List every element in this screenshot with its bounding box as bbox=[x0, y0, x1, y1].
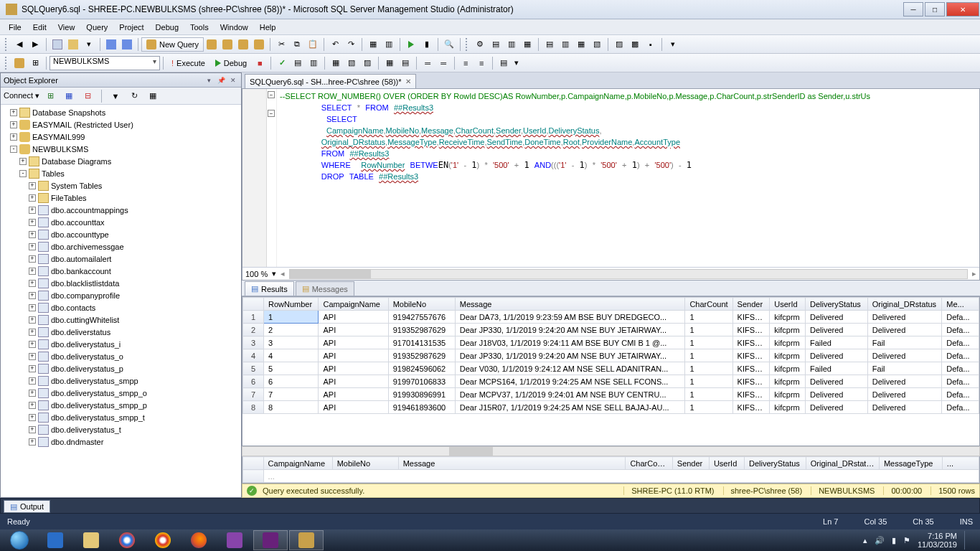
tree-node[interactable]: +dbo.cuttingWhitelist bbox=[1, 314, 241, 326]
menu-debug[interactable]: Debug bbox=[150, 22, 184, 33]
expander-icon[interactable]: + bbox=[29, 194, 36, 202]
table-cell[interactable]: KIFSTR bbox=[732, 311, 770, 324]
tree-node[interactable]: +dbo.dndmaster bbox=[1, 435, 241, 448]
table-cell[interactable]: Delivered bbox=[805, 375, 867, 388]
table-cell[interactable]: 919461893600 bbox=[388, 401, 455, 414]
table-cell[interactable]: kifcprm bbox=[770, 375, 806, 388]
tree-node[interactable]: +dbo.blacklistlistdata bbox=[1, 277, 241, 289]
code-editor[interactable]: − − --SELECT ROW_NUMBER() OVER (ORDER BY… bbox=[242, 88, 980, 281]
tree-node[interactable]: +dbo.archivemessgae bbox=[1, 240, 241, 253]
tb-misc-5[interactable]: ▥ bbox=[504, 37, 519, 52]
column-header[interactable] bbox=[243, 298, 264, 311]
table-row[interactable]: 22API919352987629Dear JP330, 1/1/2019 9:… bbox=[243, 324, 979, 336]
column-header[interactable]: ... bbox=[942, 457, 979, 470]
column-header[interactable]: UserId bbox=[770, 298, 806, 311]
conn-button[interactable] bbox=[12, 56, 27, 70]
table-cell[interactable]: Dear JP330, 1/1/2019 9:24:20 AM NSE BUY … bbox=[455, 324, 685, 336]
table-row[interactable]: 66API919970106833Dear MCPS164, 1/1/2019 … bbox=[243, 375, 979, 388]
table-cell[interactable]: 5 bbox=[263, 362, 319, 375]
table-cell[interactable]: API bbox=[319, 362, 388, 375]
collapse-icon[interactable]: − bbox=[268, 110, 275, 117]
save-button[interactable] bbox=[104, 37, 118, 52]
close-tab-icon[interactable]: ✕ bbox=[405, 77, 411, 85]
tray-clock[interactable]: 7:16 PM 11/03/2019 bbox=[918, 532, 957, 549]
db-icon-4[interactable] bbox=[252, 37, 266, 52]
table-row[interactable]: 77API919930896991Dear MCPV37, 1/1/2019 9… bbox=[243, 388, 979, 401]
open-button[interactable] bbox=[66, 37, 80, 52]
new-project-button[interactable] bbox=[50, 37, 65, 52]
tb-misc-1[interactable]: ▦ bbox=[366, 37, 380, 52]
toolbar-grip-icon-3[interactable] bbox=[5, 57, 9, 70]
nav-fwd-button[interactable]: ▶ bbox=[28, 37, 42, 52]
expander-icon[interactable]: + bbox=[29, 280, 36, 287]
table-cell[interactable]: Delivered bbox=[867, 311, 941, 324]
table-cell[interactable]: 1 bbox=[685, 362, 732, 375]
tree-node[interactable]: +dbo.accounttype bbox=[1, 228, 241, 240]
table-cell[interactable]: Failed bbox=[805, 336, 867, 349]
stop-button[interactable]: ■ bbox=[253, 56, 267, 70]
tree-node[interactable]: +dbo.deliverystatus_i bbox=[1, 338, 241, 350]
oe-btn-2[interactable]: ▦ bbox=[62, 89, 76, 103]
tray-network-icon[interactable]: ▮ bbox=[892, 536, 896, 545]
table-cell[interactable]: Delivered bbox=[805, 388, 867, 401]
table-cell[interactable]: Defa... bbox=[942, 362, 979, 375]
table-cell[interactable]: Delivered bbox=[867, 401, 941, 414]
start-button[interactable] bbox=[1, 529, 37, 551]
table-cell[interactable]: 4 bbox=[263, 349, 319, 362]
debug-button[interactable]: Debug bbox=[210, 57, 252, 70]
tree-node[interactable]: +EASYMAIL999 bbox=[1, 131, 241, 143]
db-icon-3[interactable] bbox=[236, 37, 250, 52]
table-cell[interactable]: KIFSTR bbox=[732, 349, 770, 362]
results-tab[interactable]: ▤Results bbox=[245, 281, 294, 296]
menu-view[interactable]: View bbox=[52, 22, 81, 33]
expander-icon[interactable]: + bbox=[29, 207, 36, 214]
oe-btn-3[interactable]: ▦ bbox=[146, 89, 160, 103]
table-cell[interactable]: 917014131535 bbox=[388, 336, 455, 349]
expander-icon[interactable]: + bbox=[29, 268, 36, 275]
tb-misc-3[interactable]: ▮ bbox=[420, 37, 434, 52]
column-header[interactable]: Message bbox=[398, 457, 626, 470]
db-icon-1[interactable] bbox=[204, 37, 219, 52]
refresh-button[interactable]: ↻ bbox=[127, 89, 141, 103]
tb-misc-6[interactable]: ▦ bbox=[520, 37, 534, 52]
table-cell[interactable]: 1 bbox=[263, 311, 319, 324]
minimize-button[interactable]: ─ bbox=[903, 2, 923, 17]
table-cell[interactable]: Fail bbox=[867, 362, 941, 375]
tree-node[interactable]: +dbo.automailalert bbox=[1, 253, 241, 265]
table-cell[interactable]: Defa... bbox=[942, 349, 979, 362]
table-row[interactable]: 55API919824596062Dear V030, 1/1/2019 9:2… bbox=[243, 362, 979, 375]
table-cell[interactable]: KIFSTR bbox=[732, 324, 770, 336]
column-header[interactable]: Original_DRstatus bbox=[867, 298, 941, 311]
tree-node[interactable]: +FileTables bbox=[1, 192, 241, 204]
column-header[interactable]: RowNumber bbox=[263, 298, 319, 311]
column-header[interactable]: Original_DRstatus bbox=[806, 457, 879, 470]
table-cell[interactable]: API bbox=[319, 311, 388, 324]
tb-misc-8[interactable]: ▥ bbox=[558, 37, 573, 52]
table-cell[interactable]: API bbox=[319, 336, 388, 349]
taskbar-vs[interactable] bbox=[253, 530, 288, 550]
column-header[interactable]: Message bbox=[455, 298, 685, 311]
cut-button[interactable]: ✂ bbox=[274, 37, 288, 52]
table-cell[interactable]: KIFSTR bbox=[732, 388, 770, 401]
oe-btn-1[interactable]: ⊞ bbox=[43, 89, 57, 103]
table-cell[interactable]: KIFSTR bbox=[732, 336, 770, 349]
table-cell[interactable]: KIFSTR bbox=[732, 362, 770, 375]
tb-misc-7[interactable]: ▤ bbox=[542, 37, 557, 52]
results-grid[interactable]: RowNumberCampaignNameMobileNoMessageChar… bbox=[242, 296, 980, 446]
tb2-misc-3[interactable]: ▦ bbox=[329, 56, 343, 70]
expander-icon[interactable]: + bbox=[10, 121, 17, 128]
table-cell[interactable]: Dear J18V03, 1/1/2019 9:24:11 AM BSE BUY… bbox=[455, 336, 685, 349]
toolbar-grip-icon[interactable] bbox=[5, 38, 9, 51]
table-cell[interactable]: Dear MCPS164, 1/1/2019 9:24:25 AM NSE SE… bbox=[455, 375, 685, 388]
column-header[interactable]: DeliveryStatus bbox=[744, 457, 806, 470]
menu-help[interactable]: Help bbox=[254, 22, 282, 33]
tree-node[interactable]: +dbo.contacts bbox=[1, 301, 241, 314]
redo-button[interactable]: ↷ bbox=[344, 37, 358, 52]
undo-button[interactable]: ↶ bbox=[328, 37, 342, 52]
table-cell[interactable]: Failed bbox=[805, 362, 867, 375]
expander-icon[interactable]: + bbox=[29, 231, 36, 238]
table-cell[interactable]: API bbox=[319, 388, 388, 401]
expander-icon[interactable]: + bbox=[29, 304, 36, 311]
close-button[interactable]: ✕ bbox=[946, 2, 979, 17]
table-cell[interactable]: 6 bbox=[263, 375, 319, 388]
